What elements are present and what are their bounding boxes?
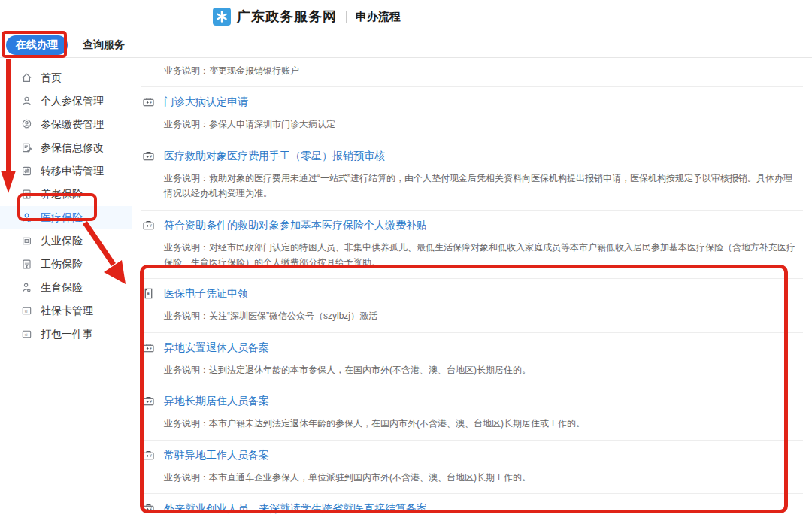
sidebar-item[interactable]: 失业保险 <box>0 229 132 253</box>
sidebar-item-label: 社保卡管理 <box>41 304 93 318</box>
service-item: ¥ 门诊大病认定申请 业务说明：参保人申请深圳市门诊大病认定 <box>141 87 803 141</box>
sidebar-item[interactable]: 医疗保险 <box>0 206 132 229</box>
doc-yen-icon <box>20 189 32 201</box>
svg-text:si: si <box>24 332 27 337</box>
sidebar-item[interactable]: 参保信息修改 <box>0 136 132 159</box>
tab-query-service[interactable]: 查询服务 <box>83 38 125 52</box>
sidebar-item-label: 养老保险 <box>41 188 83 201</box>
user-badge-icon <box>20 119 32 131</box>
sidebar-item[interactable]: 生育保险 <box>0 276 132 299</box>
page-header: 广东政务服务网 申办流程 <box>0 0 812 33</box>
medkit-icon: ¥ <box>141 395 155 408</box>
sidebar-item[interactable]: 参保缴费管理 <box>0 113 132 136</box>
service-description: 业务说明：参保人申请深圳市门诊大病认定 <box>164 117 803 132</box>
service-description: 业务说明：本市户籍未达到法定退休年龄的参保人，在国内市外(不含港、澳、台地区)长… <box>164 416 803 431</box>
service-item: ¥ 异地长期居住人员备案 业务说明：本市户籍未达到法定退休年龄的参保人，在国内市… <box>141 386 803 440</box>
cert-yen-icon: ¥ <box>141 287 155 301</box>
medkit-icon: ¥ <box>141 501 155 515</box>
package-card-icon: si <box>20 329 32 341</box>
service-link[interactable]: 外来就业创业人员、来深就读学生跨省就医直接结算备案 <box>164 501 427 516</box>
sidebar-item[interactable]: 工伤保险 <box>0 253 132 276</box>
sidebar-item[interactable]: si 社保卡管理 <box>0 299 132 323</box>
breadcrumb: 申办流程 <box>356 10 401 24</box>
sidebar-item-label: 首页 <box>41 71 62 85</box>
service-link[interactable]: 医保电子凭证申领 <box>164 286 248 301</box>
service-link[interactable]: 医疗救助对象医疗费用手工（零星）报销预审核 <box>164 149 385 163</box>
service-link[interactable]: 异地长期居住人员备案 <box>164 394 269 408</box>
medkit-icon: ¥ <box>141 218 155 232</box>
medkit-icon: ¥ <box>141 95 155 109</box>
sidebar-item-label: 参保缴费管理 <box>41 118 104 132</box>
service-description: 业务说明：救助对象的医疗费用未通过“一站式”进行结算的，由个人垫付现金后凭相关资… <box>164 171 803 201</box>
svg-text:¥: ¥ <box>150 453 152 458</box>
service-description: 业务说明：对经市民政部门认定的特困人员、非集中供养孤儿、最低生活保障对象和低收入… <box>164 240 803 271</box>
doc-yen-icon <box>20 259 32 271</box>
svg-text:¥: ¥ <box>150 223 152 228</box>
svg-text:¥: ¥ <box>147 291 150 296</box>
user-icon <box>20 95 32 108</box>
card-badge-icon <box>20 235 32 247</box>
service-item: ¥ 常驻异地工作人员备案 业务说明：本市直通车企业参保人，单位派驻到国内市外(不… <box>141 441 803 494</box>
transfer-icon <box>20 165 32 177</box>
header-divider <box>346 11 347 23</box>
service-item: ¥ 外来就业创业人员、来深就读学生跨省就医直接结算备案 业务说明：在深圳就业或创… <box>141 494 803 518</box>
svg-text:¥: ¥ <box>150 346 152 350</box>
svg-text:¥: ¥ <box>150 399 152 404</box>
asterisk-logo-icon <box>213 8 231 26</box>
sidebar-item-label: 转移申请管理 <box>41 165 104 178</box>
doc-edit-icon <box>20 142 32 154</box>
sidebar-item-label: 生育保险 <box>41 281 83 295</box>
service-list: 业务说明：变更现金报销银行账户 ¥ 门诊大病认定申请 业务说明：参保人申请深圳市… <box>132 58 812 518</box>
sidebar-item[interactable]: 个人参保管理 <box>0 89 132 113</box>
sidebar-item[interactable]: 转移申请管理 <box>0 159 132 183</box>
svg-text:¥: ¥ <box>150 154 152 159</box>
medkit-icon: ¥ <box>141 341 155 354</box>
svg-text:¥: ¥ <box>150 101 152 105</box>
tab-bar: 在线办理 查询服务 <box>0 33 812 58</box>
sidebar-item[interactable]: 养老保险 <box>0 183 132 206</box>
medkit-icon: ¥ <box>141 448 155 462</box>
sidebar: 首页 个人参保管理 参保缴费管理 参保信息修改 转移申请管理 养老保险 医疗保险… <box>0 58 132 518</box>
sidebar-item-label: 个人参保管理 <box>41 95 104 108</box>
service-link[interactable]: 符合资助条件的救助对象参加基本医疗保险个人缴费补贴 <box>164 218 427 232</box>
service-description: 业务说明：达到法定退休年龄的本市参保人，在国内市外(不含港、澳、台地区)长期居住… <box>164 362 803 377</box>
sidebar-item-label: 失业保险 <box>41 235 83 248</box>
medkit-icon: ¥ <box>141 149 155 162</box>
svg-text:¥: ¥ <box>150 507 152 511</box>
home-icon <box>20 72 32 84</box>
baby-icon <box>20 282 32 294</box>
service-item: ¥ 异地安置退休人员备案 业务说明：达到法定退休年龄的本市参保人，在国内市外(不… <box>141 333 803 386</box>
svg-text:si: si <box>24 309 27 314</box>
service-item: ¥ 符合资助条件的救助对象参加基本医疗保险个人缴费补贴 业务说明：对经市民政部门… <box>141 211 803 280</box>
sidebar-item-label: 参保信息修改 <box>41 141 104 155</box>
sidebar-item-label: 工伤保险 <box>41 258 83 271</box>
service-link[interactable]: 门诊大病认定申请 <box>164 95 248 109</box>
site-title: 广东政务服务网 <box>237 8 337 26</box>
service-item: 业务说明：变更现金报销银行账户 <box>141 63 803 87</box>
ss-card-icon: si <box>20 305 32 317</box>
sidebar-item[interactable]: si 打包一件事 <box>0 323 132 346</box>
tab-online-handling[interactable]: 在线办理 <box>6 35 68 55</box>
sidebar-item[interactable]: 首页 <box>0 66 132 89</box>
service-link[interactable]: 常驻异地工作人员备案 <box>164 448 269 462</box>
doctor-icon <box>20 212 32 224</box>
service-item: ¥ 医疗救助对象医疗费用手工（零星）报销预审核 业务说明：救助对象的医疗费用未通… <box>141 141 803 211</box>
sidebar-item-label: 医疗保险 <box>41 211 83 225</box>
service-description: 业务说明：变更现金报销银行账户 <box>164 63 803 78</box>
service-description: 业务说明：本市直通车企业参保人，单位派驻到国内市外(不含港、澳、台地区)长期工作… <box>164 470 803 485</box>
service-description: 业务说明：关注“深圳医保”微信公众号（szylbzj）激活 <box>164 308 803 323</box>
service-item: ¥ 医保电子凭证申领 业务说明：关注“深圳医保”微信公众号（szylbzj）激活 <box>141 279 803 332</box>
sidebar-item-label: 打包一件事 <box>41 328 93 341</box>
service-link[interactable]: 异地安置退休人员备案 <box>164 341 269 355</box>
